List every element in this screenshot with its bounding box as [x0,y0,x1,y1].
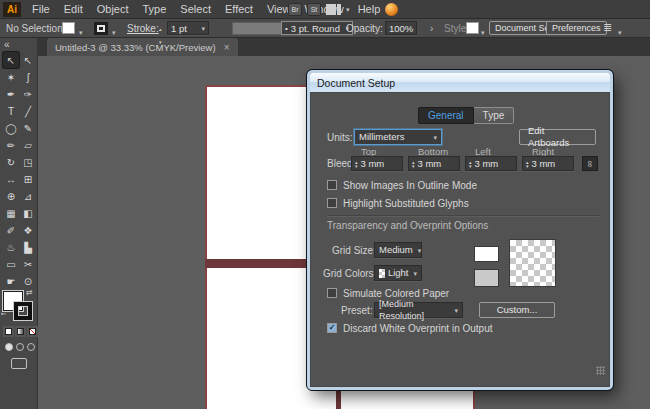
rotate-tool[interactable]: ↻ [3,154,19,170]
style-swatch[interactable] [466,22,479,34]
bleed-left-field[interactable]: ▴▾3 mm [465,156,517,171]
swap-fill-stroke-icon[interactable]: ⇄ [26,288,33,297]
draw-behind-button[interactable] [16,343,24,351]
hand-tool[interactable]: ☛ [3,273,19,289]
chevron-down-icon[interactable]: ▾ [112,26,116,39]
brushes-panel-button[interactable]: Br [288,3,302,16]
bleed-bottom-value: 3 mm [418,158,442,169]
width-tool[interactable]: ↔ [3,171,19,187]
bleed-bottom-field[interactable]: ▴▾3 mm [408,156,460,171]
color-mode-button[interactable] [3,326,14,337]
default-fill-stroke-icon[interactable]: ▪▫ [1,310,6,317]
stroke-color-swatch[interactable] [94,22,108,35]
stepper-icon[interactable]: ▴▾ [469,160,472,168]
paintbrush-tool[interactable]: ✎ [20,120,36,136]
preferences-button[interactable]: Preferences [546,21,607,35]
free-transform-tool[interactable]: ⊞ [20,171,36,187]
pencil-tool[interactable]: ✏ [3,137,19,153]
draw-normal-button[interactable] [5,343,13,351]
screen-mode-button[interactable] [11,358,27,369]
custom-button[interactable]: Custom... [479,302,555,318]
zoom-tool[interactable]: ⊙ [20,273,36,289]
menu-item-select[interactable]: Select [173,3,218,15]
chevron-down-icon[interactable]: ▾ [481,26,485,39]
blend-tool[interactable]: ❖ [20,222,36,238]
opacity-field[interactable]: 100% [385,21,417,35]
menu-item-object[interactable]: Object [90,3,136,15]
artboard-tool[interactable]: ▭ [3,256,19,272]
draw-inside-button[interactable] [27,343,35,351]
fill-color-swatch[interactable] [62,22,75,34]
chevron-down-icon: ▾ [413,247,422,254]
preset-dropdown[interactable]: [Medium Resolution] ▾ [374,302,463,318]
gradient-tool[interactable]: ◧ [20,205,36,221]
link-bleed-values-icon[interactable]: ∞ [582,156,598,171]
stroke-proxy-swatch[interactable] [14,302,32,320]
mesh-tool[interactable]: ▦ [3,205,19,221]
perspective-grid-tool[interactable]: ⊿ [20,188,36,204]
menu-item-effect[interactable]: Effect [218,3,260,15]
menubar-right-cluster: Br St ▾ [288,3,350,16]
opacity-label[interactable]: Opacity: [346,22,383,35]
none-mode-button[interactable] [27,326,38,337]
workspace-switcher-icon[interactable] [326,4,341,15]
show-images-label: Show Images In Outline Mode [343,180,477,191]
symbol-sprayer-tool[interactable]: ♨ [3,239,19,255]
menu-item-file[interactable]: File [25,3,57,15]
chevron-down-icon[interactable]: ▾ [618,26,622,39]
stepper-icon[interactable]: ▴▾ [355,160,358,168]
slice-tool[interactable]: ✂ [20,256,36,272]
scale-tool[interactable]: ◳ [20,154,36,170]
bleed-top-field[interactable]: ▴▾3 mm [351,156,403,171]
chevron-right-icon[interactable]: › [430,22,433,35]
line-segment-tool[interactable]: ╱ [20,103,36,119]
brush-definition-field[interactable]: • 3 pt. Round ▾ [281,21,353,35]
menu-item-edit[interactable]: Edit [57,3,90,15]
tab-type[interactable]: Type [474,107,515,124]
menu-item-help[interactable]: Help [351,3,388,15]
document-title: Untitled-3 @ 33.33% (CMYK/Preview) [55,42,216,53]
close-tab-icon[interactable]: × [224,42,230,53]
stepper-icon[interactable]: ▴▾ [412,160,415,168]
pen-tool[interactable]: ✒ [3,86,19,102]
direct-selection-tool[interactable]: ↖ [20,52,36,68]
stroke-label[interactable]: Stroke: [127,22,159,35]
eraser-tool[interactable]: ▱ [20,137,36,153]
discard-overprint-checkbox[interactable]: ✓ [327,323,337,333]
eyedropper-tool[interactable]: ✐ [3,222,19,238]
stepper-icon[interactable]: ▴▾ [526,160,529,168]
lasso-tool[interactable]: ʃ [20,69,36,85]
column-graph-tool[interactable]: ▙ [20,239,36,255]
simulate-paper-checkbox[interactable]: ✓ [327,288,337,298]
menu-item-type[interactable]: Type [136,3,174,15]
chevron-down-icon[interactable]: ▾ [79,26,83,39]
selection-tool[interactable]: ↖ [3,52,19,68]
dialog-title-bar[interactable]: Document Setup [310,73,610,92]
magic-wand-tool[interactable]: ✶ [3,69,19,85]
bleed-right-field[interactable]: ▴▾3 mm [522,156,574,171]
resize-grip[interactable] [596,366,605,375]
document-tab[interactable]: Untitled-3 @ 33.33% (CMYK/Preview) × [47,38,238,56]
units-dropdown[interactable]: Millimeters ▾ [354,129,442,145]
grid-colors-dropdown[interactable]: Light ▾ [374,265,422,281]
collapse-panel-icon[interactable]: « [4,39,10,50]
chevron-down-icon: ▾ [408,270,417,277]
grid-size-dropdown[interactable]: Medium ▾ [374,242,422,258]
curvature-tool[interactable]: ✑ [20,86,36,102]
control-bar: No Selection ▾ ▾ Stroke: ▴▾ 1 pt ▾ • 3 p… [0,19,650,38]
chevron-down-icon[interactable]: ▾ [346,6,350,13]
edit-artboards-button[interactable]: Edit Artboards [519,129,596,145]
tab-general[interactable]: General [418,107,474,124]
stroke-weight-field[interactable]: 1 pt ▾ [167,21,209,35]
stroke-weight-stepper[interactable]: ▴▾ [159,23,162,49]
ellipse-tool[interactable]: ◯ [3,120,19,136]
shape-builder-tool[interactable]: ⊕ [3,188,19,204]
type-tool[interactable]: T [3,103,19,119]
styles-panel-button[interactable]: St [307,3,321,16]
gradient-mode-button[interactable] [15,326,26,337]
show-images-checkbox[interactable]: ✓ [327,180,337,190]
variable-width-profile-disabled [232,22,287,35]
highlight-glyphs-checkbox[interactable]: ✓ [327,198,337,208]
cc-sync-icon[interactable] [385,3,398,16]
align-options-icon[interactable]: ≣ [603,21,612,34]
